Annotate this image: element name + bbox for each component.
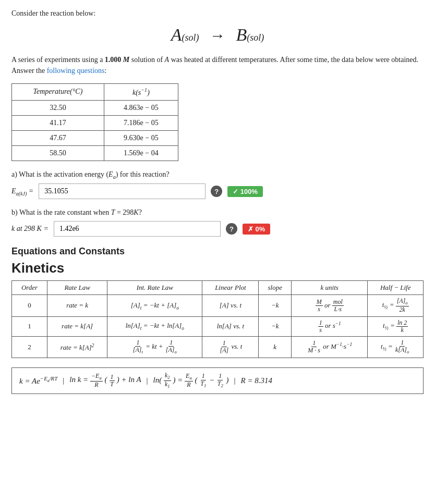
question-a-badge[interactable]: ✓ 100% [227, 186, 263, 197]
question-b-input[interactable] [54, 221, 221, 237]
kinetics-col-ratelaw: Rate Law [47, 281, 107, 295]
kinetics-col-slope: slope [259, 281, 292, 295]
data-table-row-2-k: 9.630e − 05 [104, 130, 178, 145]
data-table-row-3-k: 1.569e − 04 [104, 145, 178, 161]
equations-bar: k = Ae−Ea/RT | ln k = −EaR ( 1T ) + ln A… [11, 367, 424, 394]
kinetics-row-1: 1 rate = k[A] ln[A]t = −kt + ln[A]o ln[A… [12, 316, 424, 336]
kinetics-row-1-order: 1 [12, 316, 47, 336]
kinetics-row-0-kunits: Ms or molL·s [292, 295, 368, 316]
kinetics-col-intratelaw: Int. Rate Law [107, 281, 202, 295]
eq-sep1: | [63, 376, 64, 385]
data-table-row-0-temp: 32.50 [12, 100, 104, 115]
kinetics-row-2-halflife: t½ = 1k[A]o [368, 336, 424, 358]
data-table-row-1: 41.17 7.186e − 05 [12, 115, 178, 130]
question-a-label: a) What is the activation energy (Ea) fo… [11, 170, 424, 180]
col2-header: k(s−1) [104, 84, 178, 101]
kinetics-row-2-kunits: 1M · s or M−1·s−1 [292, 336, 368, 358]
question-b-label: b) What is the rate constant when T = 29… [11, 208, 424, 217]
eq-R: R = 8.314 [241, 376, 273, 385]
kinetics-table: Order Rate Law Int. Rate Law Linear Plot… [11, 280, 424, 358]
kinetics-row-0-order: 0 [12, 295, 47, 316]
question-b-block: b) What is the rate constant when T = 29… [11, 208, 424, 237]
question-a-input-row: Ea(kJ) = ? ✓ 100% [11, 183, 424, 199]
reaction-display: A(sol) → B(sol) [11, 25, 424, 45]
kinetics-col-kunits: k units [292, 281, 368, 295]
question-b-help-button[interactable]: ? [226, 223, 237, 235]
kinetics-row-1-intratelaw: ln[A]t = −kt + ln[A]o [107, 316, 202, 336]
data-table: Temperature(°C) k(s−1) 32.50 4.863e − 05… [11, 83, 178, 161]
kinetics-row-2-ratelaw: rate = k[A]2 [47, 336, 107, 358]
kinetics-row-2: 2 rate = k[A]2 1[A]t = kt + 1[A]o 1[A] v… [12, 336, 424, 358]
question-a-input[interactable] [39, 183, 206, 199]
question-a-help-button[interactable]: ? [211, 186, 222, 197]
kinetics-title: Kinetics [11, 260, 424, 276]
kinetics-col-halflife: Half − Life [368, 281, 424, 295]
kinetics-row-1-ratelaw: rate = k[A] [47, 316, 107, 336]
data-table-row-1-k: 7.186e − 05 [104, 115, 178, 130]
data-table-row-0: 32.50 4.863e − 05 [12, 100, 178, 115]
equations-constants-title: Equations and Constants [11, 246, 424, 257]
intro-text: Consider the reaction below: [11, 9, 424, 18]
kinetics-row-2-intratelaw: 1[A]t = kt + 1[A]o [107, 336, 202, 358]
col1-header: Temperature(°C) [12, 84, 104, 101]
kinetics-col-order: Order [12, 281, 47, 295]
eq-two-temp: ln( k2k1 ) = EaR ( 1T1 − 1T2 ) [153, 372, 229, 389]
question-b-badge[interactable]: ✗ 0% [243, 224, 270, 235]
data-table-row-2: 47.67 9.630e − 05 [12, 130, 178, 145]
kinetics-col-linearplot: Linear Plot [202, 281, 259, 295]
kinetics-row-0-intratelaw: [A]t = −kt + [A]o [107, 295, 202, 316]
kinetics-row-1-kunits: 1s or s−1 [292, 316, 368, 336]
kinetics-row-0-ratelaw: rate = k [47, 295, 107, 316]
kinetics-row-0-slope: −k [259, 295, 292, 316]
kinetics-row-2-slope: k [259, 336, 292, 358]
kinetics-row-0: 0 rate = k [A]t = −kt + [A]o [A] vs. t −… [12, 295, 424, 316]
kinetics-row-2-linearplot: 1[A] vs. t [202, 336, 259, 358]
eq-sep2: | [147, 376, 148, 385]
eq-arrhenius: k = Ae−Ea/RT [19, 375, 57, 386]
kinetics-row-1-slope: −k [259, 316, 292, 336]
data-table-row-1-temp: 41.17 [12, 115, 104, 130]
data-table-row-3-temp: 58.50 [12, 145, 104, 161]
question-a-input-label: Ea(kJ) = [11, 187, 33, 196]
data-table-row-3: 58.50 1.569e − 04 [12, 145, 178, 161]
data-table-row-0-k: 4.863e − 05 [104, 100, 178, 115]
kinetics-row-1-halflife: t½ = ln 2k [368, 316, 424, 336]
eq-lnk: ln k = −EaR ( 1T ) + ln A [69, 373, 141, 388]
description-text: A series of experiments using a 1.000 M … [11, 54, 424, 76]
question-b-input-label: k at 298 K = [11, 225, 49, 233]
data-table-row-2-temp: 47.67 [12, 130, 104, 145]
kinetics-row-1-linearplot: ln[A] vs. t [202, 316, 259, 336]
kinetics-row-0-linearplot: [A] vs. t [202, 295, 259, 316]
kinetics-row-2-order: 2 [12, 336, 47, 358]
question-a-block: a) What is the activation energy (Ea) fo… [11, 170, 424, 200]
question-b-input-row: k at 298 K = ? ✗ 0% [11, 221, 424, 237]
eq-sep3: | [234, 376, 236, 385]
kinetics-row-0-halflife: t½ = [A]o2k [368, 295, 424, 316]
